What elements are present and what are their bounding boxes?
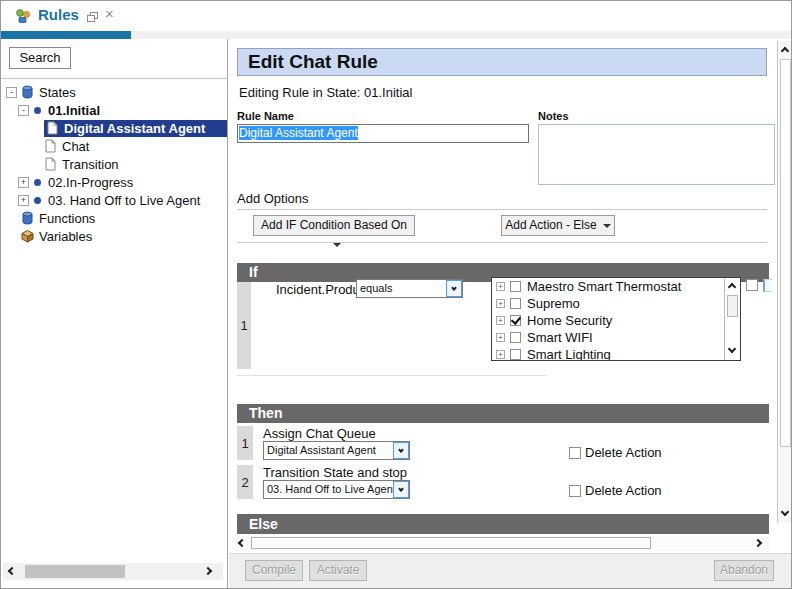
rules-tree: - States - 01.Initial Digital Assistant … xyxy=(1,83,227,245)
tree-item-digital-assistant-agent[interactable]: Digital Assistant Agent xyxy=(1,119,227,137)
dropdown-caret-icon xyxy=(333,243,341,247)
close-tab-icon[interactable]: × xyxy=(105,5,114,23)
page-icon xyxy=(44,157,57,171)
add-if-condition-button[interactable]: Add IF Condition Based On xyxy=(253,215,415,236)
scrollbar-thumb[interactable] xyxy=(251,537,651,549)
if-row-number: 1 xyxy=(237,282,251,369)
chevron-down-icon[interactable] xyxy=(446,280,462,297)
notes-textarea[interactable] xyxy=(538,124,775,185)
footer-bar: Compile Activate Abandon xyxy=(229,553,792,589)
tree-item-02-in-progress[interactable]: + 02.In-Progress xyxy=(1,173,227,191)
editing-state-text: Editing Rule in State: 01.Initial xyxy=(239,85,412,100)
scroll-right-icon[interactable] xyxy=(754,539,762,547)
state-bullet xyxy=(34,197,41,204)
sidebar-divider xyxy=(1,78,227,79)
scroll-up-icon[interactable] xyxy=(781,47,789,55)
scrollbar-thumb[interactable] xyxy=(780,59,791,447)
collapse-icon[interactable]: - xyxy=(6,87,17,98)
action-label: Transition State and stop xyxy=(263,465,407,480)
page-title: Edit Chat Rule xyxy=(237,48,767,76)
tree-item-03-hand-off[interactable]: + 03. Hand Off to Live Agent xyxy=(1,191,227,209)
rule-name-label: Rule Name xyxy=(237,110,294,122)
scroll-right-icon[interactable] xyxy=(204,567,212,575)
product-checkbox[interactable] xyxy=(510,281,521,292)
tree-item-chat[interactable]: Chat xyxy=(1,137,227,155)
main-vertical-scrollbar[interactable] xyxy=(777,41,792,523)
product-checkbox[interactable] xyxy=(510,298,521,309)
product-multiselect[interactable]: + Maestro Smart Thermostat + Supremo + H… xyxy=(491,277,741,361)
state-bullet xyxy=(34,107,41,114)
undock-tab-icon[interactable] xyxy=(87,12,99,23)
compile-button[interactable]: Compile xyxy=(245,560,303,581)
action-label: Assign Chat Queue xyxy=(263,426,376,441)
scroll-left-icon[interactable] xyxy=(8,567,16,575)
product-checkbox-checked[interactable] xyxy=(510,315,521,326)
else-section-header: Else xyxy=(237,514,769,534)
tree-item-transition[interactable]: Transition xyxy=(1,155,227,173)
product-checkbox[interactable] xyxy=(510,332,521,343)
abandon-button[interactable]: Abandon xyxy=(714,560,774,581)
main-horizontal-scrollbar[interactable] xyxy=(237,536,769,551)
delete-action-row2: Delete Action xyxy=(569,483,662,498)
scrollbar-thumb[interactable] xyxy=(727,295,738,317)
tab-strip xyxy=(1,31,791,39)
scroll-down-icon[interactable] xyxy=(728,345,736,353)
action-row-number: 2 xyxy=(237,465,253,499)
state-bullet xyxy=(34,179,41,186)
add-options-title: Add Options xyxy=(237,191,309,206)
selected-text: Digital Assistant Agent xyxy=(239,126,358,140)
sidebar-horizontal-scrollbar[interactable] xyxy=(3,563,223,580)
product-option[interactable]: + Supremo xyxy=(492,295,740,312)
chevron-down-icon[interactable] xyxy=(393,442,409,459)
product-option[interactable]: + Home Security xyxy=(492,312,740,329)
list-vertical-scrollbar[interactable] xyxy=(724,278,740,360)
scrollbar-thumb[interactable] xyxy=(25,565,125,578)
product-checkbox[interactable] xyxy=(510,349,521,360)
rule-name-input[interactable]: Digital Assistant Agent xyxy=(237,124,529,143)
product-option[interactable]: + Maestro Smart Thermostat xyxy=(492,278,740,295)
scroll-down-icon[interactable] xyxy=(781,508,789,516)
tab-rules[interactable]: Rules xyxy=(38,6,79,23)
collapse-icon[interactable]: - xyxy=(18,105,29,116)
transition-state-select[interactable]: 03. Hand Off to Live Agent xyxy=(263,480,410,499)
sidebar: Search - States - 01.Initial Digital Ass… xyxy=(1,39,228,589)
scroll-left-icon[interactable] xyxy=(238,539,246,547)
page-icon xyxy=(46,121,59,135)
activate-button[interactable]: Activate xyxy=(309,560,367,581)
expand-icon[interactable]: + xyxy=(496,316,505,325)
operator-select[interactable]: equals xyxy=(356,279,463,298)
product-option[interactable]: + Smart WIFI xyxy=(492,329,740,346)
chevron-down-icon[interactable] xyxy=(393,481,409,498)
search-button[interactable]: Search xyxy=(9,47,71,69)
app-window: Rules × Search - States - 01.Initial Dig… xyxy=(0,0,792,589)
action-row-number: 1 xyxy=(237,426,253,460)
scroll-up-icon[interactable] xyxy=(728,283,736,291)
expand-icon[interactable]: + xyxy=(496,282,505,291)
expand-icon[interactable]: + xyxy=(496,299,505,308)
divider xyxy=(237,209,767,210)
chat-queue-select[interactable]: Digital Assistant Agent xyxy=(263,441,410,460)
edit-rule-panel: Edit Chat Rule Editing Rule in State: 01… xyxy=(229,39,792,589)
delete-action-checkbox[interactable] xyxy=(569,447,581,459)
rules-icon xyxy=(15,8,31,24)
product-option[interactable]: + Smart Lighting xyxy=(492,346,740,361)
page-icon xyxy=(44,139,57,153)
database-icon xyxy=(21,211,34,225)
delete-condition-checkbox[interactable] xyxy=(746,279,758,291)
tree-item-variables[interactable]: Variables xyxy=(1,227,227,245)
delete-action-row1: Delete Action xyxy=(569,445,662,460)
tree-item-functions[interactable]: Functions xyxy=(1,209,227,227)
expand-icon[interactable]: + xyxy=(496,333,505,342)
tree-item-states[interactable]: - States xyxy=(1,83,227,101)
dropdown-caret-icon xyxy=(603,224,611,228)
add-action-else-button[interactable]: Add Action - Else xyxy=(501,215,615,236)
divider xyxy=(237,242,767,243)
cube-icon xyxy=(21,229,34,243)
delete-action-checkbox[interactable] xyxy=(569,485,581,497)
expand-icon[interactable]: + xyxy=(18,195,29,206)
expand-icon[interactable]: + xyxy=(18,177,29,188)
tree-item-01-initial[interactable]: - 01.Initial xyxy=(1,101,227,119)
tab-bar: Rules × xyxy=(1,1,791,31)
expand-icon[interactable]: + xyxy=(496,350,505,359)
database-icon xyxy=(21,85,34,99)
